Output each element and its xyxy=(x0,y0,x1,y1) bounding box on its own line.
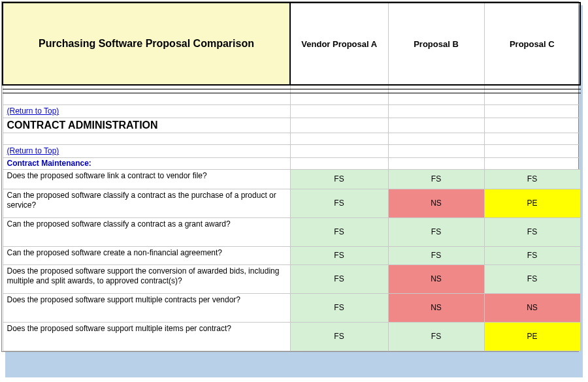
page-title: Purchasing Software Proposal Comparison xyxy=(3,3,290,85)
value-cell: FS xyxy=(388,322,484,351)
question-cell: Can the proposed software classify a con… xyxy=(3,189,290,217)
value-cell: FS xyxy=(388,246,484,264)
vendor-col-c: Proposal C xyxy=(484,3,580,85)
comparison-table: Purchasing Software Proposal Comparison … xyxy=(2,2,581,351)
value-cell: PE xyxy=(484,189,580,217)
table-row: Does the proposed software support the c… xyxy=(3,264,580,293)
subsection-row: Contract Maintenance: xyxy=(3,157,580,169)
value-cell: NS xyxy=(388,264,484,293)
vendor-col-b: Proposal B xyxy=(388,3,484,85)
subsection-heading: Contract Maintenance: xyxy=(3,157,290,169)
question-cell: Does the proposed software support multi… xyxy=(3,293,290,322)
return-to-top-link[interactable]: (Return to Top) xyxy=(3,144,290,157)
question-cell: Does the proposed software support the c… xyxy=(3,264,290,293)
value-cell: FS xyxy=(484,169,580,189)
value-cell: NS xyxy=(484,293,580,322)
table-row: Can the proposed software classify a con… xyxy=(3,189,580,217)
document-wrapper: Purchasing Software Proposal Comparison … xyxy=(0,0,588,382)
spreadsheet: Purchasing Software Proposal Comparison … xyxy=(1,1,579,352)
vendor-col-a: Vendor Proposal A xyxy=(290,3,388,85)
value-cell: FS xyxy=(290,264,388,293)
question-cell: Can the proposed software classify a con… xyxy=(3,217,290,246)
section-row: CONTRACT ADMINISTRATION xyxy=(3,118,580,133)
table-row: Can the proposed software classify a con… xyxy=(3,217,580,246)
spacer-row xyxy=(3,133,580,144)
return-link-row: (Return to Top) xyxy=(3,144,580,157)
section-heading: CONTRACT ADMINISTRATION xyxy=(3,118,290,133)
value-cell: FS xyxy=(484,264,580,293)
question-cell: Can the proposed software create a non-f… xyxy=(3,246,290,264)
table-row: Can the proposed software create a non-f… xyxy=(3,246,580,264)
value-cell: FS xyxy=(290,189,388,217)
table-row: Does the proposed software link a contra… xyxy=(3,169,580,189)
question-cell: Does the proposed software support multi… xyxy=(3,322,290,351)
value-cell: FS xyxy=(484,217,580,246)
value-cell: PE xyxy=(484,322,580,351)
table-row: Does the proposed software support multi… xyxy=(3,293,580,322)
return-link-row: (Return to Top) xyxy=(3,104,580,118)
value-cell: FS xyxy=(290,322,388,351)
value-cell: FS xyxy=(290,217,388,246)
value-cell: FS xyxy=(388,169,484,189)
value-cell: FS xyxy=(290,169,388,189)
table-row: Does the proposed software support multi… xyxy=(3,322,580,351)
value-cell: NS xyxy=(388,189,484,217)
question-cell: Does the proposed software link a contra… xyxy=(3,169,290,189)
value-cell: FS xyxy=(290,293,388,322)
value-cell: FS xyxy=(388,217,484,246)
spacer-row xyxy=(3,93,580,104)
header-row: Purchasing Software Proposal Comparison … xyxy=(3,3,580,85)
value-cell: NS xyxy=(388,293,484,322)
value-cell: FS xyxy=(290,246,388,264)
value-cell: FS xyxy=(484,246,580,264)
return-to-top-link[interactable]: (Return to Top) xyxy=(3,104,290,118)
